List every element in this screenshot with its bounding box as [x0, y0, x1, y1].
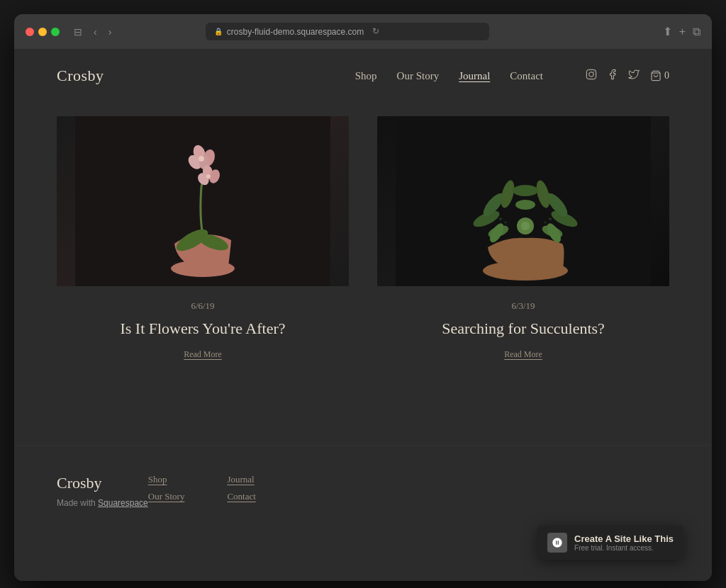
cart-count: 0: [664, 70, 669, 81]
footer-nav-shop[interactable]: Shop: [148, 474, 185, 485]
post-title-1: Is It Flowers You're After?: [120, 319, 285, 339]
cart-icon[interactable]: 0: [649, 70, 669, 81]
svg-point-1: [589, 72, 594, 77]
website-content: Crosby Shop Our Story Journal Contact: [14, 50, 712, 581]
posts-grid: 6/6/19 Is It Flowers You're After? Read …: [57, 116, 669, 360]
svg-point-16: [206, 174, 211, 179]
traffic-lights: [26, 28, 60, 36]
footer-brand: Crosby Made with Squarespace: [57, 474, 148, 508]
svg-point-32: [505, 222, 507, 224]
post-image-2[interactable]: [377, 116, 669, 286]
footer-nav-journal[interactable]: Journal: [227, 474, 255, 485]
sidebar-toggle-button[interactable]: ⊟: [71, 25, 85, 39]
fullscreen-button[interactable]: [51, 28, 60, 36]
banner-subtitle: Free trial. Instant access.: [574, 544, 674, 552]
nav-contact[interactable]: Contact: [510, 70, 543, 82]
nav-shop[interactable]: Shop: [355, 70, 377, 82]
banner-title: Create A Site Like This: [574, 533, 674, 544]
svg-point-34: [544, 222, 547, 224]
minimize-button[interactable]: [38, 28, 47, 36]
site-footer: Crosby Made with Squarespace Shop Our St…: [14, 445, 712, 536]
read-more-1[interactable]: Read More: [184, 349, 222, 360]
lock-icon: 🔒: [214, 28, 223, 35]
post-card-1: 6/6/19 Is It Flowers You're After? Read …: [57, 116, 349, 360]
footer-nav-our-story[interactable]: Our Story: [148, 491, 185, 502]
nav-our-story[interactable]: Our Story: [397, 70, 440, 82]
site-header: Crosby Shop Our Story Journal Contact: [14, 50, 712, 102]
browser-window: ⊟ ‹ › 🔒 crosby-fluid-demo.squarespace.co…: [14, 14, 712, 581]
post-title-2: Searching for Succulents?: [442, 319, 605, 339]
reload-icon[interactable]: ↻: [372, 26, 379, 37]
svg-point-30: [515, 200, 535, 210]
banner-text: Create A Site Like This Free trial. Inst…: [574, 533, 674, 552]
footer-nav-contact[interactable]: Contact: [227, 491, 255, 502]
close-button[interactable]: [26, 28, 34, 36]
footer-nav-col-1: Shop Our Story: [148, 474, 185, 502]
squarespace-link[interactable]: Squarespace: [98, 498, 148, 508]
post-image-1[interactable]: [57, 116, 349, 286]
url-text: crosby-fluid-demo.squarespace.com: [227, 27, 364, 37]
windows-button[interactable]: ⧉: [693, 26, 700, 38]
instagram-icon[interactable]: [586, 69, 597, 83]
post-date-1: 6/6/19: [191, 300, 214, 312]
nav-journal[interactable]: Journal: [459, 70, 490, 82]
svg-point-12: [199, 156, 204, 162]
footer-nav: Shop Our Story Journal Contact: [148, 474, 256, 502]
squarespace-banner[interactable]: Create A Site Like This Free trial. Inst…: [537, 526, 683, 560]
footer-logo[interactable]: Crosby: [57, 474, 148, 492]
forward-button[interactable]: ›: [106, 25, 115, 39]
made-with-text: Made with: [57, 498, 96, 508]
svg-point-2: [593, 72, 594, 72]
browser-actions: ⬆ + ⧉: [663, 25, 700, 38]
social-icons: 0: [586, 69, 669, 83]
address-bar[interactable]: 🔒 crosby-fluid-demo.squarespace.com ↻: [206, 23, 489, 40]
svg-rect-0: [586, 69, 596, 79]
main-nav: Shop Our Story Journal Contact: [355, 70, 543, 82]
post-card-2: 6/3/19 Searching for Succulents? Read Mo…: [377, 116, 669, 360]
share-button[interactable]: ⬆: [663, 25, 672, 38]
main-content: 6/6/19 Is It Flowers You're After? Read …: [14, 102, 712, 445]
svg-point-36: [521, 222, 530, 230]
browser-chrome: ⊟ ‹ › 🔒 crosby-fluid-demo.squarespace.co…: [14, 14, 712, 50]
browser-nav-controls: ⊟ ‹ ›: [71, 25, 114, 39]
read-more-2[interactable]: Read More: [504, 349, 542, 360]
post-date-2: 6/3/19: [511, 300, 535, 312]
svg-point-25: [513, 185, 538, 196]
footer-nav-col-2: Journal Contact: [227, 474, 255, 502]
site-logo[interactable]: Crosby: [57, 67, 355, 85]
new-tab-button[interactable]: +: [679, 26, 686, 38]
squarespace-logo-icon: [547, 533, 567, 553]
svg-point-31: [499, 217, 502, 220]
facebook-icon[interactable]: [607, 69, 618, 83]
footer-tagline: Made with Squarespace: [57, 498, 148, 508]
back-button[interactable]: ‹: [91, 25, 100, 39]
twitter-icon[interactable]: [628, 69, 640, 83]
svg-point-33: [549, 217, 552, 220]
